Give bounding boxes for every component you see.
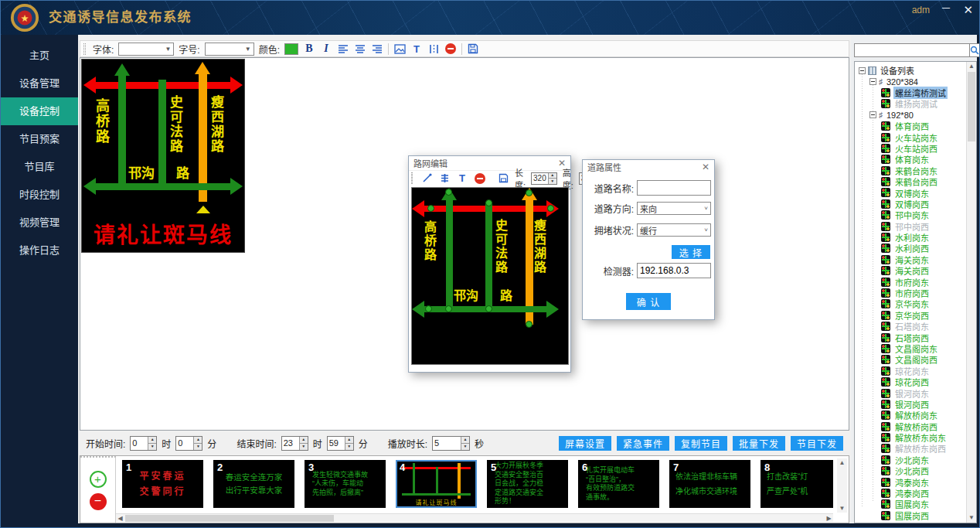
scrollbar-thumb[interactable]	[125, 515, 334, 522]
road-tool-button[interactable]	[438, 172, 451, 186]
action-button[interactable]: 复制节目	[675, 436, 727, 451]
sidebar-item[interactable]: 操作日志	[1, 237, 78, 264]
device-tree-row[interactable]: 海关岗西	[859, 265, 966, 276]
device-tree-row[interactable]: 沙北岗西	[859, 465, 966, 476]
toolbar-grip[interactable]	[83, 43, 86, 55]
tree-expander-icon[interactable]	[869, 111, 876, 118]
road-node[interactable]	[425, 305, 432, 312]
start-minute-spinner[interactable]: 0 ▲▼	[175, 436, 202, 451]
tree-scrollbar[interactable]: ▲ ▼	[966, 62, 976, 523]
action-button[interactable]: 批量下发	[733, 436, 785, 451]
device-tree-row[interactable]: 体育岗东	[859, 154, 966, 165]
road-node[interactable]	[547, 205, 554, 212]
text-tool-button[interactable]: T	[410, 42, 423, 56]
road-direction-select[interactable]: 来向˅	[637, 202, 711, 215]
bold-button[interactable]: B	[303, 42, 315, 56]
playlist-item[interactable]: 7 依法治理非标车辆净化城市交通环境 请礼让斑马线	[669, 460, 750, 508]
road-node[interactable]	[485, 199, 492, 206]
select-detector-button[interactable]: 选 择	[672, 245, 710, 259]
road-node[interactable]	[526, 321, 533, 328]
playlist-item[interactable]: 4 请礼让斑马线	[396, 460, 477, 508]
device-tree-row[interactable]: 鸿泰岗西	[859, 488, 966, 499]
detector-input[interactable]	[637, 263, 711, 278]
device-tree-row[interactable]: 320*384	[859, 76, 966, 87]
action-button[interactable]: 节目下发	[791, 436, 843, 451]
device-tree-row[interactable]: 沙北岗东	[859, 455, 966, 465]
device-search-input[interactable]	[854, 43, 970, 57]
scroll-left-icon[interactable]: ◀	[116, 514, 124, 522]
device-tree-row[interactable]: 192*80	[859, 110, 966, 121]
end-minute-spinner[interactable]: 59 ▲▼	[327, 436, 354, 451]
length-spinner[interactable]: 320 ▲▼	[531, 172, 557, 185]
text-tool-button[interactable]: T	[456, 172, 468, 186]
device-tree-row[interactable]: 来鹤台岗西	[859, 176, 966, 187]
device-tree-row[interactable]: 石塔岗西	[859, 332, 966, 342]
device-tree-row[interactable]: 维扬岗测试	[859, 98, 966, 109]
color-swatch[interactable]	[284, 43, 298, 55]
scroll-right-icon[interactable]: ▶	[825, 514, 833, 522]
device-tree-row[interactable]: 来鹤台岗东	[859, 165, 966, 176]
insert-image-button[interactable]	[393, 42, 406, 56]
road-name-input[interactable]	[637, 180, 711, 196]
duration-spinner[interactable]: 5 ▲▼	[432, 436, 470, 451]
device-tree-row[interactable]: 解放桥岗东	[859, 410, 966, 421]
device-tree-row[interactable]: 银河岗东	[859, 387, 966, 398]
device-tree-row[interactable]: 鸿泰岗东	[859, 476, 966, 487]
device-tree-row[interactable]: 市府岗西	[859, 288, 966, 298]
device-tree-row[interactable]: 文昌阁岗西	[859, 354, 966, 365]
italic-button[interactable]: I	[320, 42, 332, 56]
sidebar-item[interactable]: 时段控制	[1, 181, 78, 209]
scrollbar-thumb[interactable]	[968, 72, 975, 141]
font-size-select[interactable]: ▼	[205, 43, 254, 56]
device-tree-row[interactable]: 火车站岗东	[859, 131, 966, 142]
close-icon[interactable]: ✕	[963, 3, 973, 17]
sidebar-item[interactable]: 视频管理	[1, 209, 78, 237]
delete-button[interactable]	[474, 172, 486, 186]
device-tree-row[interactable]: 邗中岗西	[859, 220, 966, 231]
device-tree-row[interactable]: 国展岗东	[859, 499, 966, 509]
align-right-button[interactable]	[371, 42, 383, 56]
delete-button[interactable]	[444, 42, 457, 56]
sidebar-item[interactable]: 主页	[1, 42, 78, 70]
scroll-down-icon[interactable]: ▼	[967, 513, 976, 523]
search-button[interactable]	[970, 43, 980, 57]
sidebar-item[interactable]: 设备管理	[1, 70, 78, 97]
device-tree-row[interactable]: 琼花岗西	[859, 376, 966, 387]
logged-in-user[interactable]: adm	[912, 5, 930, 15]
playlist-item[interactable]: 2 春运安全连万家出行平安靠大家 请礼让斑马线	[213, 460, 294, 508]
playlist-horizontal-scrollbar[interactable]: ◀ ▶	[116, 513, 833, 522]
road-node[interactable]	[526, 189, 533, 196]
road-node[interactable]	[445, 305, 452, 312]
playlist-item[interactable]: 5 大力开展秋冬季交通安全整治百日会战，全力稳定道路交通安全形势！ 请礼让斑马线	[487, 460, 568, 508]
confirm-button[interactable]: 确 认	[626, 293, 671, 310]
start-hour-spinner[interactable]: 0 ▲▼	[130, 436, 157, 451]
playlist-item[interactable]: 6 扎实开展电动车“百日整治”，有效预防道路交通事故。 请礼让斑马线	[578, 460, 659, 508]
congestion-status-select[interactable]: 缓行˅	[637, 223, 711, 237]
device-tree-row[interactable]: 银河岗西	[859, 399, 966, 410]
device-tree-row[interactable]: 京华岗东	[859, 298, 966, 309]
device-tree-row[interactable]: 国展岗西	[859, 510, 966, 521]
scroll-up-icon[interactable]: ▲	[837, 458, 847, 467]
minimize-icon[interactable]: ─	[942, 2, 950, 14]
device-tree-row[interactable]: 解放桥岗西	[859, 421, 966, 432]
save-button[interactable]	[497, 172, 509, 186]
device-tree-row[interactable]: 邗中岗东	[859, 209, 966, 220]
playlist-vertical-scrollbar[interactable]: ▲ ▼	[837, 458, 847, 513]
tree-expander-icon[interactable]	[859, 67, 866, 74]
tree-expander-icon[interactable]	[869, 78, 876, 85]
device-tree-row[interactable]: 解放桥东岗东	[859, 432, 966, 443]
align-center-button[interactable]	[354, 42, 366, 56]
device-tree-row[interactable]: 石塔岗东	[859, 321, 966, 332]
sidebar-item[interactable]: 节目预案	[1, 125, 78, 153]
device-tree-row[interactable]: 解放桥东岗西	[859, 443, 966, 454]
road-node[interactable]	[427, 205, 434, 212]
remove-program-button[interactable]: −	[90, 493, 107, 510]
playlist-item[interactable]: 8 打击改装“灯严查严处“机 请礼让斑马线	[761, 460, 833, 508]
toolbar-grip[interactable]	[411, 172, 413, 184]
device-tree-row[interactable]: 市府岗东	[859, 276, 966, 287]
device-tree-row[interactable]: 火车站岗西	[859, 143, 966, 154]
device-tree-row[interactable]: 琼花岗东	[859, 366, 966, 376]
font-select[interactable]: ▼	[118, 43, 174, 56]
sidebar-item[interactable]: 设备控制	[1, 97, 78, 125]
device-tree-row[interactable]: 双博岗东	[859, 187, 966, 198]
